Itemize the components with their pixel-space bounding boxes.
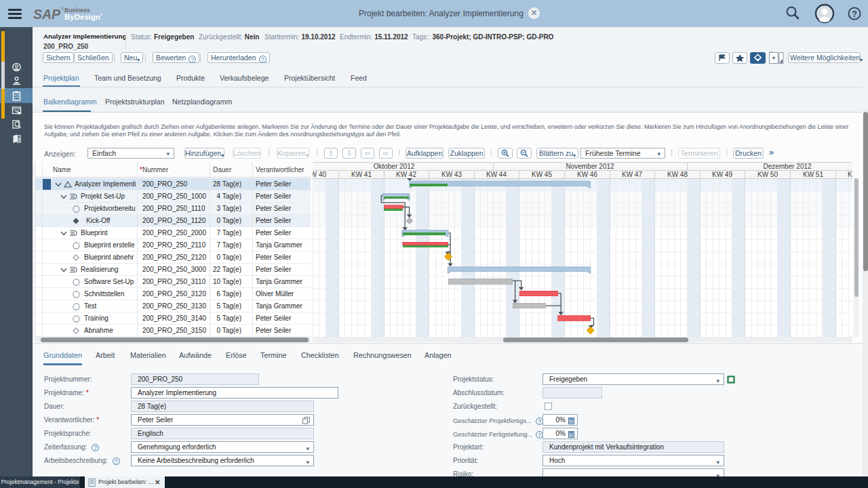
svg-text:Business: Business <box>64 7 90 14</box>
svg-text:KW 42: KW 42 <box>396 171 416 178</box>
svg-text:November 2012: November 2012 <box>566 163 614 170</box>
svg-text:KW 41: KW 41 <box>351 171 372 178</box>
svg-text:ByDesign˚: ByDesign˚ <box>64 13 103 21</box>
svg-text:SAP: SAP <box>33 7 61 22</box>
svg-text:KW 47: KW 47 <box>622 171 642 178</box>
svg-text:Dezember 2012: Dezember 2012 <box>763 163 812 170</box>
svg-text:KW 52: KW 52 <box>848 171 852 178</box>
svg-text:KW 46: KW 46 <box>577 171 597 178</box>
svg-text:KW 43: KW 43 <box>441 171 462 178</box>
svg-text:KW 44: KW 44 <box>486 171 507 178</box>
svg-text:$: $ <box>18 137 20 142</box>
svg-text:KW 45: KW 45 <box>532 171 552 178</box>
svg-text:KW 49: KW 49 <box>712 171 732 178</box>
svg-text:KW 50: KW 50 <box>757 171 778 178</box>
svg-text:+: + <box>772 54 776 62</box>
svg-text:Oktober 2012: Oktober 2012 <box>374 163 415 170</box>
svg-text:KW 48: KW 48 <box>667 171 688 178</box>
svg-text:KW 40: KW 40 <box>313 171 326 178</box>
svg-text:KW 51: KW 51 <box>803 171 823 178</box>
svg-text:?: ? <box>852 9 857 19</box>
